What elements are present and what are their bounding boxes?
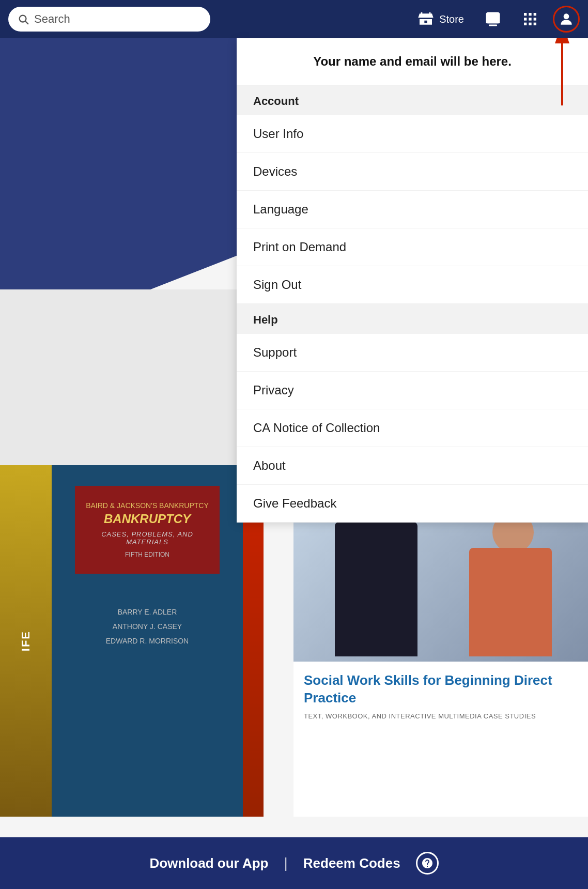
svg-rect-14 <box>534 23 536 25</box>
menu-item-print-on-demand[interactable]: Print on Demand <box>237 228 588 266</box>
search-bar[interactable]: Search <box>8 7 210 32</box>
svg-rect-2 <box>487 13 499 23</box>
menu-item-about[interactable]: About <box>237 447 588 485</box>
svg-rect-8 <box>534 13 536 16</box>
menu-item-language[interactable]: Language <box>237 191 588 228</box>
svg-rect-10 <box>529 18 531 20</box>
dropdown-header: Your name and email will be here. <box>237 38 588 85</box>
redeem-codes-label[interactable]: Redeem Codes <box>303 855 400 871</box>
menu-item-user-info[interactable]: User Info <box>237 115 588 153</box>
menu-item-sign-out[interactable]: Sign Out <box>237 266 588 304</box>
svg-rect-13 <box>529 23 531 25</box>
bottom-bar: Download our App | Redeem Codes <box>0 837 588 889</box>
person-2 <box>469 512 557 662</box>
book-spine-text: IFE <box>19 631 33 651</box>
svg-line-1 <box>25 21 28 24</box>
store-icon <box>416 10 435 28</box>
search-placeholder: Search <box>34 12 70 26</box>
svg-rect-7 <box>529 13 531 16</box>
menu-item-ca-notice[interactable]: CA Notice of Collection <box>237 409 588 447</box>
book-text-area: Social Work Skills for Beginning Direct … <box>293 662 588 730</box>
help-button[interactable] <box>416 852 439 875</box>
navbar: Search Store <box>0 0 588 38</box>
store-label: Store <box>439 13 464 25</box>
svg-rect-9 <box>524 18 527 20</box>
account-section-label: Account <box>237 85 588 115</box>
menu-item-privacy[interactable]: Privacy <box>237 372 588 409</box>
grid-icon[interactable] <box>521 10 539 28</box>
dropdown-header-text: Your name and email will be here. <box>313 54 512 68</box>
help-section-label: Help <box>237 304 588 334</box>
book-bankruptcy: BAIRD & JACKSON'S BANKRUPTCY BANKRUPTCY … <box>52 465 243 817</box>
book-spine-left: IFE <box>0 465 52 817</box>
book-title: BAIRD & JACKSON'S BANKRUPTCY BANKRUPTCY <box>85 501 209 526</box>
menu-item-devices[interactable]: Devices <box>237 153 588 191</box>
book2-subtitle: TEXT, WORKBOOK, AND INTERACTIVE MULTIMED… <box>304 712 578 720</box>
avatar-button[interactable] <box>553 6 580 33</box>
book-subtitle: CASES, PROBLEMS, AND MATERIALS <box>85 530 209 546</box>
menu-item-support[interactable]: Support <box>237 334 588 372</box>
book-authors: BARRY E. ADLERANTHONY J. CASEYEDWARD R. … <box>106 605 189 648</box>
book-edition: FIFTH EDITION <box>85 551 209 558</box>
svg-rect-11 <box>534 18 536 20</box>
menu-item-give-feedback[interactable]: Give Feedback <box>237 485 588 523</box>
separator: | <box>284 855 288 871</box>
svg-rect-6 <box>524 13 527 16</box>
search-icon <box>18 13 29 25</box>
book2-title: Social Work Skills for Beginning Direct … <box>304 672 578 707</box>
download-app-label[interactable]: Download our App <box>149 855 268 871</box>
account-dropdown: Your name and email will be here. Accoun… <box>237 38 588 523</box>
svg-point-15 <box>564 13 569 19</box>
svg-rect-12 <box>524 23 527 25</box>
store-button[interactable]: Store <box>410 6 470 33</box>
book-inner-cover: BAIRD & JACKSON'S BANKRUPTCY BANKRUPTCY … <box>75 486 220 574</box>
notifications-icon[interactable] <box>484 10 502 28</box>
